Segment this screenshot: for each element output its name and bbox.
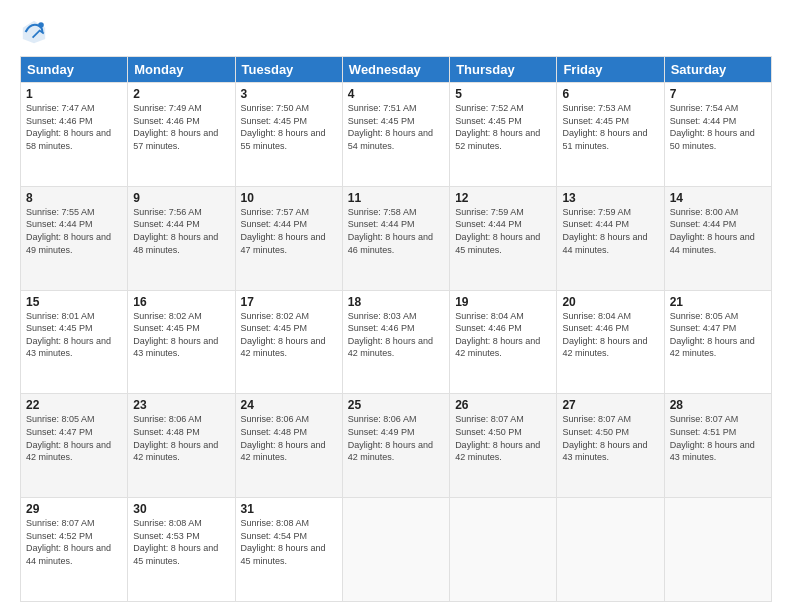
day-cell <box>557 498 664 602</box>
weekday-thursday: Thursday <box>450 57 557 83</box>
day-cell: 3Sunrise: 7:50 AMSunset: 4:45 PMDaylight… <box>235 83 342 187</box>
day-number: 25 <box>348 398 444 412</box>
day-cell <box>342 498 449 602</box>
day-info: Sunrise: 8:05 AMSunset: 4:47 PMDaylight:… <box>670 310 766 360</box>
day-info: Sunrise: 8:07 AMSunset: 4:50 PMDaylight:… <box>562 413 658 463</box>
day-cell: 5Sunrise: 7:52 AMSunset: 4:45 PMDaylight… <box>450 83 557 187</box>
day-cell: 15Sunrise: 8:01 AMSunset: 4:45 PMDayligh… <box>21 290 128 394</box>
day-cell: 2Sunrise: 7:49 AMSunset: 4:46 PMDaylight… <box>128 83 235 187</box>
day-cell: 25Sunrise: 8:06 AMSunset: 4:49 PMDayligh… <box>342 394 449 498</box>
day-info: Sunrise: 7:52 AMSunset: 4:45 PMDaylight:… <box>455 102 551 152</box>
day-info: Sunrise: 7:59 AMSunset: 4:44 PMDaylight:… <box>455 206 551 256</box>
day-info: Sunrise: 8:02 AMSunset: 4:45 PMDaylight:… <box>133 310 229 360</box>
logo-icon <box>20 18 48 46</box>
day-number: 1 <box>26 87 122 101</box>
day-number: 27 <box>562 398 658 412</box>
week-row-3: 15Sunrise: 8:01 AMSunset: 4:45 PMDayligh… <box>21 290 772 394</box>
day-info: Sunrise: 8:07 AMSunset: 4:50 PMDaylight:… <box>455 413 551 463</box>
day-info: Sunrise: 8:04 AMSunset: 4:46 PMDaylight:… <box>562 310 658 360</box>
day-info: Sunrise: 7:54 AMSunset: 4:44 PMDaylight:… <box>670 102 766 152</box>
top-section <box>20 18 772 46</box>
day-info: Sunrise: 7:49 AMSunset: 4:46 PMDaylight:… <box>133 102 229 152</box>
day-info: Sunrise: 8:04 AMSunset: 4:46 PMDaylight:… <box>455 310 551 360</box>
day-number: 5 <box>455 87 551 101</box>
day-number: 20 <box>562 295 658 309</box>
day-number: 16 <box>133 295 229 309</box>
week-row-1: 1Sunrise: 7:47 AMSunset: 4:46 PMDaylight… <box>21 83 772 187</box>
day-info: Sunrise: 7:51 AMSunset: 4:45 PMDaylight:… <box>348 102 444 152</box>
weekday-wednesday: Wednesday <box>342 57 449 83</box>
day-cell: 26Sunrise: 8:07 AMSunset: 4:50 PMDayligh… <box>450 394 557 498</box>
weekday-saturday: Saturday <box>664 57 771 83</box>
week-row-5: 29Sunrise: 8:07 AMSunset: 4:52 PMDayligh… <box>21 498 772 602</box>
day-number: 18 <box>348 295 444 309</box>
day-cell: 29Sunrise: 8:07 AMSunset: 4:52 PMDayligh… <box>21 498 128 602</box>
day-info: Sunrise: 7:53 AMSunset: 4:45 PMDaylight:… <box>562 102 658 152</box>
day-info: Sunrise: 8:07 AMSunset: 4:52 PMDaylight:… <box>26 517 122 567</box>
page: SundayMondayTuesdayWednesdayThursdayFrid… <box>0 0 792 612</box>
day-info: Sunrise: 8:06 AMSunset: 4:49 PMDaylight:… <box>348 413 444 463</box>
day-number: 21 <box>670 295 766 309</box>
day-number: 26 <box>455 398 551 412</box>
day-number: 28 <box>670 398 766 412</box>
day-info: Sunrise: 8:01 AMSunset: 4:45 PMDaylight:… <box>26 310 122 360</box>
day-number: 24 <box>241 398 337 412</box>
day-number: 17 <box>241 295 337 309</box>
day-number: 19 <box>455 295 551 309</box>
day-cell: 7Sunrise: 7:54 AMSunset: 4:44 PMDaylight… <box>664 83 771 187</box>
day-number: 6 <box>562 87 658 101</box>
day-number: 30 <box>133 502 229 516</box>
day-info: Sunrise: 8:00 AMSunset: 4:44 PMDaylight:… <box>670 206 766 256</box>
day-info: Sunrise: 8:03 AMSunset: 4:46 PMDaylight:… <box>348 310 444 360</box>
day-cell: 16Sunrise: 8:02 AMSunset: 4:45 PMDayligh… <box>128 290 235 394</box>
day-cell: 18Sunrise: 8:03 AMSunset: 4:46 PMDayligh… <box>342 290 449 394</box>
day-cell: 22Sunrise: 8:05 AMSunset: 4:47 PMDayligh… <box>21 394 128 498</box>
day-info: Sunrise: 7:47 AMSunset: 4:46 PMDaylight:… <box>26 102 122 152</box>
calendar-table: SundayMondayTuesdayWednesdayThursdayFrid… <box>20 56 772 602</box>
day-cell: 20Sunrise: 8:04 AMSunset: 4:46 PMDayligh… <box>557 290 664 394</box>
day-number: 2 <box>133 87 229 101</box>
day-cell: 6Sunrise: 7:53 AMSunset: 4:45 PMDaylight… <box>557 83 664 187</box>
day-number: 4 <box>348 87 444 101</box>
day-cell: 24Sunrise: 8:06 AMSunset: 4:48 PMDayligh… <box>235 394 342 498</box>
day-cell: 30Sunrise: 8:08 AMSunset: 4:53 PMDayligh… <box>128 498 235 602</box>
day-info: Sunrise: 7:56 AMSunset: 4:44 PMDaylight:… <box>133 206 229 256</box>
day-cell: 23Sunrise: 8:06 AMSunset: 4:48 PMDayligh… <box>128 394 235 498</box>
day-info: Sunrise: 7:58 AMSunset: 4:44 PMDaylight:… <box>348 206 444 256</box>
day-number: 23 <box>133 398 229 412</box>
day-cell: 17Sunrise: 8:02 AMSunset: 4:45 PMDayligh… <box>235 290 342 394</box>
week-row-2: 8Sunrise: 7:55 AMSunset: 4:44 PMDaylight… <box>21 186 772 290</box>
day-number: 9 <box>133 191 229 205</box>
day-cell: 9Sunrise: 7:56 AMSunset: 4:44 PMDaylight… <box>128 186 235 290</box>
day-cell: 19Sunrise: 8:04 AMSunset: 4:46 PMDayligh… <box>450 290 557 394</box>
day-info: Sunrise: 7:57 AMSunset: 4:44 PMDaylight:… <box>241 206 337 256</box>
weekday-sunday: Sunday <box>21 57 128 83</box>
day-cell: 8Sunrise: 7:55 AMSunset: 4:44 PMDaylight… <box>21 186 128 290</box>
day-number: 8 <box>26 191 122 205</box>
weekday-tuesday: Tuesday <box>235 57 342 83</box>
weekday-monday: Monday <box>128 57 235 83</box>
day-cell: 1Sunrise: 7:47 AMSunset: 4:46 PMDaylight… <box>21 83 128 187</box>
day-number: 29 <box>26 502 122 516</box>
day-info: Sunrise: 8:06 AMSunset: 4:48 PMDaylight:… <box>241 413 337 463</box>
day-cell <box>450 498 557 602</box>
day-number: 3 <box>241 87 337 101</box>
day-cell <box>664 498 771 602</box>
day-cell: 21Sunrise: 8:05 AMSunset: 4:47 PMDayligh… <box>664 290 771 394</box>
day-info: Sunrise: 8:07 AMSunset: 4:51 PMDaylight:… <box>670 413 766 463</box>
day-cell: 10Sunrise: 7:57 AMSunset: 4:44 PMDayligh… <box>235 186 342 290</box>
day-cell: 11Sunrise: 7:58 AMSunset: 4:44 PMDayligh… <box>342 186 449 290</box>
day-cell: 4Sunrise: 7:51 AMSunset: 4:45 PMDaylight… <box>342 83 449 187</box>
day-cell: 27Sunrise: 8:07 AMSunset: 4:50 PMDayligh… <box>557 394 664 498</box>
day-number: 12 <box>455 191 551 205</box>
week-row-4: 22Sunrise: 8:05 AMSunset: 4:47 PMDayligh… <box>21 394 772 498</box>
logo <box>20 18 54 46</box>
day-info: Sunrise: 8:02 AMSunset: 4:45 PMDaylight:… <box>241 310 337 360</box>
weekday-friday: Friday <box>557 57 664 83</box>
day-info: Sunrise: 7:59 AMSunset: 4:44 PMDaylight:… <box>562 206 658 256</box>
day-number: 31 <box>241 502 337 516</box>
day-number: 13 <box>562 191 658 205</box>
day-info: Sunrise: 7:55 AMSunset: 4:44 PMDaylight:… <box>26 206 122 256</box>
day-number: 10 <box>241 191 337 205</box>
day-cell: 28Sunrise: 8:07 AMSunset: 4:51 PMDayligh… <box>664 394 771 498</box>
